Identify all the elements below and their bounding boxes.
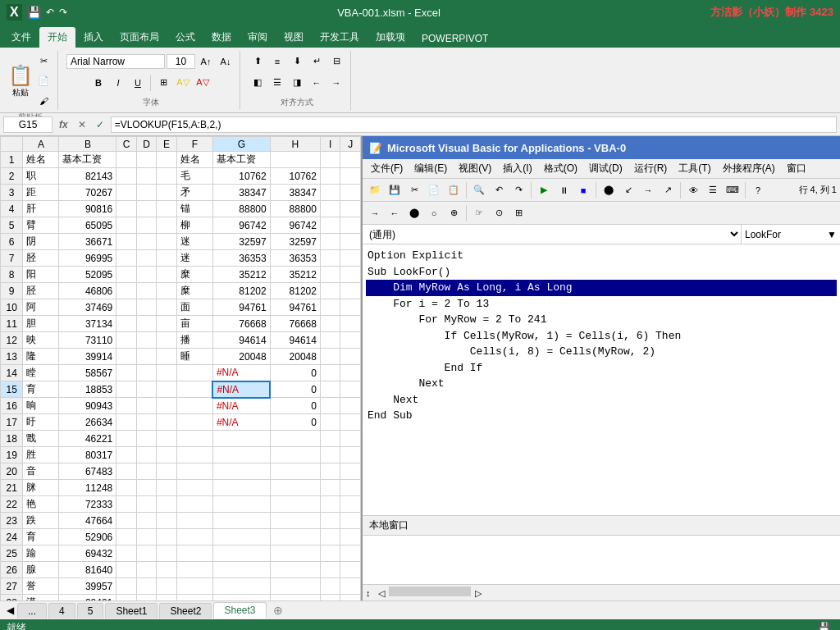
vba-file-icon[interactable]: 📁 xyxy=(366,181,384,199)
sheet-tab-prev[interactable]: ◀ xyxy=(3,605,17,616)
tab-view[interactable]: 视图 xyxy=(276,27,312,48)
decrease-indent-button[interactable]: ← xyxy=(308,74,326,92)
cell-j14[interactable] xyxy=(340,365,361,381)
code-line[interactable]: End Sub xyxy=(366,408,837,424)
cell-f11[interactable]: 亩 xyxy=(176,316,212,332)
cell-f10[interactable]: 面 xyxy=(176,299,212,316)
vba-step-into-icon[interactable]: ↙ xyxy=(619,181,637,199)
cell-j12[interactable] xyxy=(340,332,361,349)
cell-g23[interactable] xyxy=(212,513,270,529)
cell-h2[interactable]: 10762 xyxy=(270,168,320,185)
cell-j8[interactable] xyxy=(340,267,361,283)
cell-b16[interactable]: 90943 xyxy=(59,398,116,414)
cell-b21[interactable]: 11248 xyxy=(59,480,116,496)
border-button[interactable]: ⊞ xyxy=(154,74,172,92)
cell-f18[interactable] xyxy=(176,431,212,447)
cell-j26[interactable] xyxy=(340,562,361,578)
cell-j3[interactable] xyxy=(340,185,361,201)
paste-button[interactable]: 📋 xyxy=(8,64,33,87)
cell-i12[interactable] xyxy=(320,332,340,349)
vba-clear-bp-icon[interactable]: ○ xyxy=(425,204,443,222)
vba-menu-debug[interactable]: 调试(D) xyxy=(584,160,628,177)
align-bottom-button[interactable]: ⬇ xyxy=(288,52,306,71)
cell-d17[interactable] xyxy=(136,414,157,431)
cell-f14[interactable] xyxy=(176,365,212,381)
cell-c13[interactable] xyxy=(116,349,137,365)
col-header-d[interactable]: D xyxy=(136,137,157,152)
cell-c24[interactable] xyxy=(116,529,137,546)
cell-e23[interactable] xyxy=(157,513,177,529)
cell-c10[interactable] xyxy=(116,299,137,316)
vba-menu-format[interactable]: 格式(O) xyxy=(539,160,582,177)
cell-g28[interactable] xyxy=(212,595,270,601)
cell-i7[interactable] xyxy=(320,250,340,267)
cell-g13[interactable]: 20048 xyxy=(212,349,270,365)
cell-e8[interactable] xyxy=(157,267,177,283)
cell-e12[interactable] xyxy=(157,332,177,349)
vba-general-combo[interactable]: (通用) xyxy=(363,225,742,244)
cell-a15[interactable]: 育 xyxy=(23,381,59,398)
cell-d2[interactable] xyxy=(136,168,157,185)
cell-i15[interactable] xyxy=(320,381,340,398)
bold-button[interactable]: B xyxy=(89,74,107,92)
cell-g9[interactable]: 81202 xyxy=(212,283,270,299)
cell-f21[interactable] xyxy=(176,480,212,496)
cell-g20[interactable] xyxy=(212,463,270,480)
formula-cancel-icon[interactable]: ✕ xyxy=(75,119,89,130)
col-header-c[interactable]: C xyxy=(116,137,137,152)
tab-home[interactable]: 开始 xyxy=(39,27,75,48)
cell-i13[interactable] xyxy=(320,349,340,365)
cell-g4[interactable]: 88800 xyxy=(212,201,270,217)
vba-indent-icon[interactable]: → xyxy=(366,204,384,222)
cell-reference-input[interactable] xyxy=(3,116,52,133)
cell-f25[interactable] xyxy=(176,546,212,562)
cell-a13[interactable]: 隆 xyxy=(23,349,59,365)
col-header-f[interactable]: F xyxy=(176,137,212,152)
cell-i28[interactable] xyxy=(320,595,340,601)
cell-i19[interactable] xyxy=(320,447,340,463)
cell-d16[interactable] xyxy=(136,398,157,414)
cell-f19[interactable] xyxy=(176,447,212,463)
vba-redo-icon[interactable]: ↷ xyxy=(509,181,527,199)
cell-e3[interactable] xyxy=(157,185,177,201)
cell-f3[interactable]: 矛 xyxy=(176,185,212,201)
col-header-e[interactable]: E xyxy=(157,137,177,152)
cell-j16[interactable] xyxy=(340,398,361,414)
cell-f28[interactable] xyxy=(176,595,212,601)
cell-b3[interactable]: 70267 xyxy=(59,185,116,201)
quick-access-undo[interactable]: ↶ xyxy=(46,7,54,18)
tab-developer[interactable]: 开发工具 xyxy=(312,27,368,48)
cell-b28[interactable]: 20401 xyxy=(59,595,116,601)
cell-d5[interactable] xyxy=(136,217,157,234)
sheet-tab-sheet2[interactable]: Sheet2 xyxy=(159,603,212,619)
cell-e6[interactable] xyxy=(157,234,177,250)
cell-c16[interactable] xyxy=(116,398,137,414)
cell-d9[interactable] xyxy=(136,283,157,299)
fill-color-button[interactable]: A▽ xyxy=(174,74,192,92)
vba-breakpoint-icon[interactable]: ⬤ xyxy=(600,181,618,199)
cell-g14[interactable]: #N/A xyxy=(212,365,270,381)
cell-g19[interactable] xyxy=(212,447,270,463)
cell-a24[interactable]: 育 xyxy=(23,529,59,546)
cell-h27[interactable] xyxy=(270,578,320,595)
code-line[interactable]: Option Explicit xyxy=(366,248,837,264)
vba-immediate-icon[interactable]: ⌨ xyxy=(724,181,742,199)
cell-j11[interactable] xyxy=(340,316,361,332)
tab-powerpivot[interactable]: POWERPIVOT xyxy=(413,30,496,48)
cell-e10[interactable] xyxy=(157,299,177,316)
tab-review[interactable]: 审阅 xyxy=(240,27,276,48)
cell-a21[interactable]: 脒 xyxy=(23,480,59,496)
cell-a18[interactable]: 戬 xyxy=(23,431,59,447)
cell-b1[interactable]: 基本工资 xyxy=(59,152,116,168)
cell-d26[interactable] xyxy=(136,562,157,578)
cell-f22[interactable] xyxy=(176,496,212,513)
code-line[interactable]: Next xyxy=(366,376,837,392)
cell-e9[interactable] xyxy=(157,283,177,299)
align-left-button[interactable]: ◧ xyxy=(249,74,267,92)
cell-i1[interactable] xyxy=(320,152,340,168)
increase-font-button[interactable]: A↑ xyxy=(197,52,215,71)
cell-j27[interactable] xyxy=(340,578,361,595)
cell-d22[interactable] xyxy=(136,496,157,513)
cell-c3[interactable] xyxy=(116,185,137,201)
font-name-input[interactable]: Arial Narrow xyxy=(66,54,165,69)
